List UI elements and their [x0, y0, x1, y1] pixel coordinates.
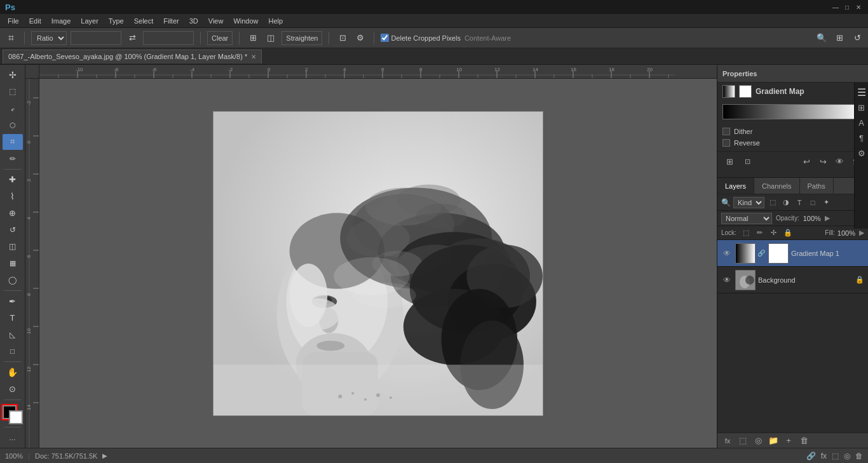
fill-arrow[interactable]: ▶ — [859, 229, 864, 237]
layer-gradient-map[interactable]: 👁 🔗 Gradient Map 1 — [717, 240, 868, 267]
menu-window[interactable]: Window — [228, 16, 263, 26]
layer-mask-button[interactable]: ⬚ — [736, 435, 749, 446]
undo-state-icon[interactable]: ↪ — [816, 154, 830, 168]
dodge-tool[interactable]: ◯ — [3, 272, 23, 288]
menu-3d[interactable]: 3D — [184, 16, 203, 26]
prev-state-icon[interactable]: ⊞ — [722, 154, 736, 168]
filter-shape-icon[interactable]: □ — [807, 197, 818, 208]
status-arrow-icon[interactable]: ▶ — [102, 452, 107, 459]
path-selection-tool[interactable]: ◺ — [3, 327, 23, 342]
menu-file[interactable]: File — [3, 16, 24, 26]
lock-position-icon[interactable]: ✏ — [754, 227, 766, 239]
add-state-icon[interactable]: ↩ — [799, 154, 813, 168]
straighten-icon[interactable]: ◫ — [264, 31, 278, 45]
eraser-tool[interactable]: ◫ — [3, 239, 23, 254]
lock-all-icon[interactable]: 🔒 — [782, 227, 794, 239]
tab-channels[interactable]: Channels — [754, 178, 799, 194]
gradient-tool[interactable]: ▦ — [3, 255, 23, 271]
delete-cropped-label[interactable]: Delete Cropped Pixels — [381, 34, 460, 42]
canvas-image[interactable] — [213, 111, 543, 416]
lock-artboards-icon[interactable]: ✢ — [768, 227, 780, 239]
menu-select[interactable]: Select — [129, 16, 159, 26]
height-input[interactable] — [143, 31, 194, 45]
ratio-select[interactable]: Ratio — [31, 31, 67, 45]
layer-new-button[interactable]: + — [782, 435, 795, 446]
layout-icon[interactable]: ⊞ — [832, 31, 846, 45]
menu-edit[interactable]: Edit — [24, 16, 46, 26]
width-input[interactable] — [71, 31, 121, 45]
type-tool[interactable]: T — [3, 310, 23, 325]
extra-tools[interactable]: … — [3, 430, 23, 445]
adj-icon-5[interactable]: ⚙ — [856, 147, 867, 159]
grid-icon[interactable]: ⊞ — [246, 31, 260, 45]
spot-healing-tool[interactable]: ✚ — [3, 172, 23, 187]
adj-icon-2[interactable]: ⊞ — [856, 102, 867, 113]
shape-tool[interactable]: □ — [3, 344, 23, 359]
tab-paths[interactable]: Paths — [800, 178, 834, 194]
status-mask-icon[interactable]: ⬚ — [832, 452, 839, 460]
visibility-icon[interactable]: 👁 — [832, 154, 846, 168]
swap-icon[interactable]: ⇄ — [125, 31, 139, 45]
zoom-tool[interactable]: ⊙ — [3, 381, 23, 396]
layer-background[interactable]: 👁 Background 🔒 — [717, 267, 868, 293]
menu-view[interactable]: View — [203, 16, 229, 26]
filter-kind-select[interactable]: Kind — [733, 197, 764, 208]
filter-pixel-icon[interactable]: ⬚ — [767, 197, 778, 208]
adj-icon-3[interactable]: A — [856, 117, 867, 128]
undo-icon[interactable]: ↺ — [850, 31, 864, 45]
history-brush-tool[interactable]: ↺ — [3, 222, 23, 238]
layer-delete-button[interactable]: 🗑 — [797, 435, 810, 446]
prop-icon-2[interactable]: ⊡ — [740, 154, 754, 168]
reverse-checkbox[interactable] — [722, 139, 730, 147]
close-button[interactable]: ✕ — [854, 3, 863, 11]
status-link-icon[interactable]: 🔗 — [806, 452, 816, 460]
menu-image[interactable]: Image — [46, 16, 76, 26]
blend-mode-select[interactable]: Normal — [721, 213, 772, 224]
tab-close-button[interactable]: ✕ — [251, 53, 256, 60]
status-fx-icon[interactable]: fx — [821, 452, 827, 460]
settings-icon[interactable]: ⚙ — [353, 31, 367, 45]
menu-type[interactable]: Type — [104, 16, 129, 26]
svg-text:18: 18 — [609, 67, 614, 72]
menu-layer[interactable]: Layer — [76, 16, 104, 26]
lasso-tool[interactable]: 𝒸 — [3, 101, 23, 116]
brush-tool[interactable]: ⌇ — [3, 189, 23, 204]
dither-checkbox[interactable] — [722, 128, 730, 135]
search-icon[interactable]: 🔍 — [815, 31, 829, 45]
hand-tool[interactable]: ✋ — [3, 365, 23, 380]
status-adj-icon[interactable]: ◎ — [844, 452, 850, 460]
layer-visibility-gradient[interactable]: 👁 — [721, 248, 733, 259]
menu-help[interactable]: Help — [264, 16, 288, 26]
adj-icon-1[interactable]: ☰ — [856, 86, 867, 98]
gradient-bar[interactable]: ▼ — [722, 104, 863, 119]
layer-visibility-bg[interactable]: 👁 — [721, 274, 733, 286]
layer-adj-button[interactable]: ◎ — [752, 435, 764, 446]
crop-tool[interactable]: ⌗ — [3, 134, 23, 149]
marquee-tool[interactable]: ⬚ — [3, 84, 23, 99]
crop-tool-icon[interactable]: ⌗ — [4, 31, 18, 45]
quick-select-tool[interactable]: ⬡ — [3, 117, 23, 133]
clone-tool[interactable]: ⊕ — [3, 205, 23, 220]
straighten-button[interactable]: Straighten — [281, 31, 322, 45]
layer-fx-button[interactable]: fx — [721, 435, 734, 446]
lock-pixels-icon[interactable]: ⬚ — [740, 227, 752, 239]
document-tab[interactable]: 0867_-Alberto_Seveso_ayaka.jpg @ 100% (G… — [3, 50, 262, 64]
filter-adj-icon[interactable]: ◑ — [780, 197, 792, 208]
adj-icon-4[interactable]: ¶ — [856, 132, 867, 144]
filter-type-icon[interactable]: T — [794, 197, 805, 208]
maximize-button[interactable]: □ — [843, 3, 851, 11]
minimize-button[interactable]: — — [831, 3, 840, 11]
opacity-arrow[interactable]: ▶ — [825, 214, 830, 222]
delete-cropped-checkbox[interactable] — [381, 34, 389, 42]
eyedropper-tool[interactable]: ✏ — [3, 151, 23, 166]
filter-smart-icon[interactable]: ✦ — [820, 197, 832, 208]
move-tool[interactable]: ✢ — [3, 67, 23, 83]
status-delete-icon[interactable]: 🗑 — [855, 452, 863, 460]
layer-group-button[interactable]: 📁 — [767, 435, 780, 446]
background-color[interactable] — [9, 410, 23, 424]
pen-tool[interactable]: ✒ — [3, 293, 23, 309]
grid2-icon[interactable]: ⊡ — [336, 31, 349, 45]
tab-layers[interactable]: Layers — [717, 178, 754, 194]
clear-button[interactable]: Clear — [207, 31, 233, 45]
menu-filter[interactable]: Filter — [158, 16, 184, 26]
